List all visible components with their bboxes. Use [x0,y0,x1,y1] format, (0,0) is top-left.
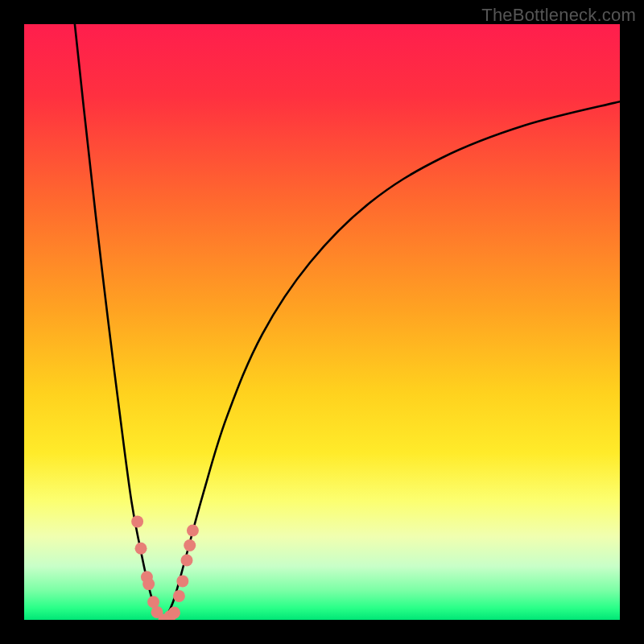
data-point [135,543,147,555]
data-point [187,525,199,537]
curve-right-branch [164,101,620,620]
data-point [181,555,193,567]
curve-left-branch [75,24,164,620]
plot-area [24,24,620,620]
data-point [131,515,143,527]
data-points [131,515,199,620]
chart-frame: TheBottleneck.com [0,0,644,644]
watermark-text: TheBottleneck.com [481,5,636,26]
data-point [142,578,155,590]
bottleneck-curve [24,24,620,620]
data-point [168,607,180,619]
data-point [184,539,196,551]
data-point [173,590,185,602]
data-point [176,575,188,587]
